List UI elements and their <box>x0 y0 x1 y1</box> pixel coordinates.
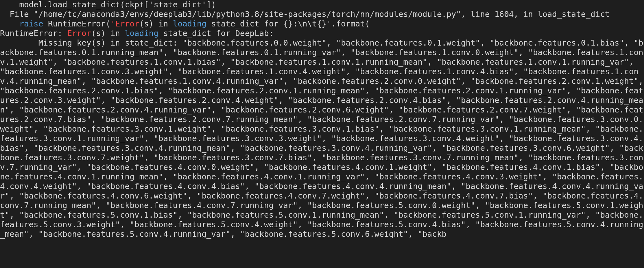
loading-word: loading <box>125 29 158 38</box>
string-loading: loading <box>173 19 206 28</box>
missing-keys-body: Missing key(s) in state_dict: "backbone.… <box>0 38 644 239</box>
error-word: Error <box>67 29 91 38</box>
traceback-raise-line: raise RuntimeError('Error(s) in loading … <box>0 19 370 28</box>
traceback-line: model.load_state_dict(ckpt['state_dict']… <box>0 0 216 9</box>
runtime-error-line: RuntimeError: Error(s) in loading state_… <box>0 29 274 38</box>
traceback-file-line: File "/home/tc/anaconda3/envs/deeplab3/l… <box>0 10 610 19</box>
keyword-raise: raise <box>19 19 43 28</box>
string-error: 'Error <box>110 19 139 28</box>
terminal-output[interactable]: model.load_state_dict(ckpt['state_dict']… <box>0 0 644 239</box>
